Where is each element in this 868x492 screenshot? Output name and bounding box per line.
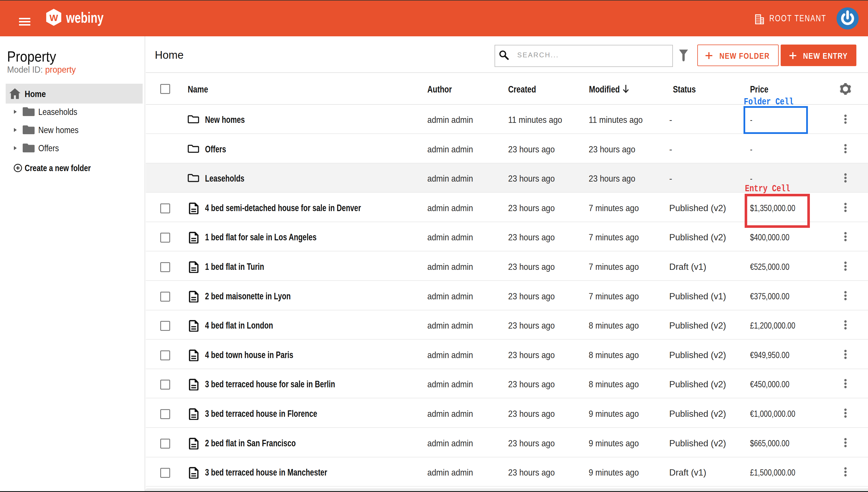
- svg-text:W: W: [49, 13, 58, 23]
